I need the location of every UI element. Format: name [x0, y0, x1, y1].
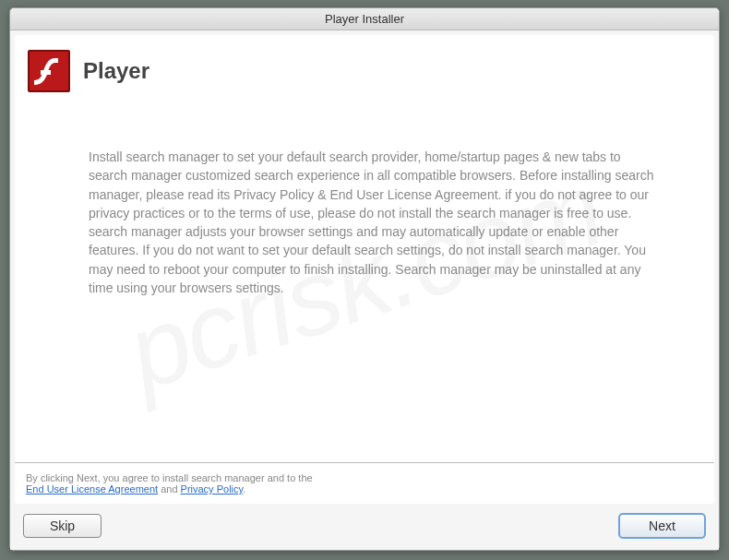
next-button[interactable]: Next — [618, 513, 706, 539]
installer-window: Player Installer Player Install search m… — [9, 7, 720, 551]
flash-icon — [28, 50, 70, 92]
content-area: Player Install search manager to set you… — [15, 35, 714, 504]
privacy-link[interactable]: Privacy Policy — [181, 483, 244, 494]
window-title: Player Installer — [325, 12, 404, 26]
button-bar: Skip Next — [10, 504, 719, 550]
footer-note: By clicking Next, you agree to install s… — [15, 462, 714, 504]
footer-and: and — [158, 483, 180, 494]
description-text: Install search manager to set your defau… — [89, 148, 659, 297]
header: Player — [15, 35, 714, 101]
body-text: Install search manager to set your defau… — [15, 101, 714, 462]
footer-prefix: By clicking Next, you agree to install s… — [26, 472, 313, 483]
svg-rect-2 — [41, 70, 51, 75]
window-titlebar: Player Installer — [10, 8, 719, 30]
skip-button[interactable]: Skip — [23, 514, 102, 538]
footer-suffix: . — [243, 483, 245, 494]
eula-link[interactable]: End User License Agreement — [26, 483, 158, 494]
app-title: Player — [83, 58, 149, 84]
